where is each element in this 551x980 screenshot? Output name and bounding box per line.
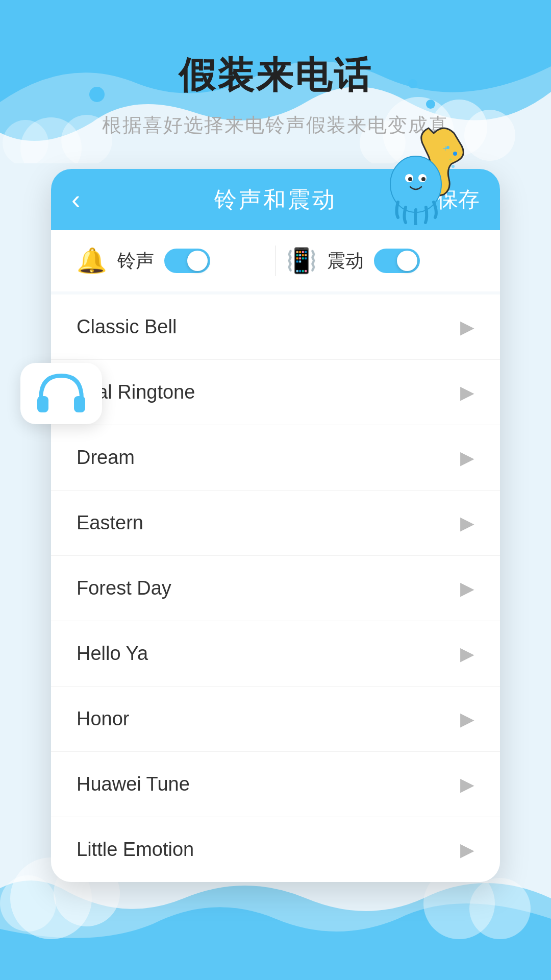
play-button[interactable]: ▶ [460,708,474,730]
ringtone-name: Little Emotion [77,839,194,861]
ringtone-item[interactable]: Little Emotion ▶ [51,817,500,882]
ringtone-item[interactable]: Classic Bell ▶ [51,295,500,360]
ringtone-item[interactable]: Forest Day ▶ [51,556,500,621]
svg-point-20 [446,146,449,149]
headphone-icon [20,363,102,424]
vibration-toggle[interactable] [374,249,420,273]
ringtone-item[interactable]: Honor ▶ [51,687,500,752]
ringtone-name: Classic Bell [77,316,177,338]
main-title: 假装来电话 [0,51,551,100]
play-button[interactable]: ▶ [460,774,474,795]
ringtone-item[interactable]: Huawei Tune ▶ [51,752,500,817]
ringtone-item[interactable]: Hello Ya ▶ [51,621,500,687]
svg-point-15 [408,177,412,181]
ringtone-name: Huawei Tune [77,773,190,795]
ringtone-name: Hello Ya [77,643,148,665]
play-button[interactable]: ▶ [460,512,474,534]
topbar-title: 铃声和震动 [214,185,337,215]
svg-point-16 [421,177,425,181]
play-button[interactable]: ▶ [460,839,474,861]
svg-rect-22 [37,396,48,412]
ringtone-item[interactable]: gital Ringtone ▶ [51,360,500,425]
ringtone-label: 铃声 [117,249,154,274]
svg-point-21 [452,165,455,168]
ringtone-name: Dream [77,447,135,469]
vibration-icon: 📳 [286,247,317,275]
svg-text:+: + [449,157,452,162]
vibration-toggle-group: 📳 震动 [286,247,474,275]
toggle-section: 🔔 铃声 📳 震动 [51,230,500,291]
play-button[interactable]: ▶ [460,447,474,469]
ringtone-name: Eastern [77,512,143,534]
toggle-divider [275,246,276,276]
phone-card-wrapper: + + ‹ 铃声和震动 保存 🔔 铃声 [51,169,500,882]
ringtone-toggle-group: 🔔 铃声 [77,247,265,275]
svg-point-11 [469,878,531,939]
back-button[interactable]: ‹ [71,186,80,213]
phone-card: ‹ 铃声和震动 保存 🔔 铃声 📳 震动 Classic Bell ▶ [51,169,500,882]
ringtone-name: Honor [77,708,130,730]
ringtone-item[interactable]: Eastern ▶ [51,491,500,556]
svg-point-19 [453,152,457,156]
ringtone-list: Classic Bell ▶ gital Ringtone ▶ Dream ▶ … [51,295,500,882]
svg-rect-23 [74,396,85,412]
header-section: 假装来电话 根据喜好选择来电铃声假装来电变成真 [0,0,551,138]
play-button[interactable]: ▶ [460,643,474,665]
svg-point-9 [0,875,56,932]
ringtone-toggle[interactable] [164,249,210,273]
ringtone-item[interactable]: Dream ▶ [51,425,500,491]
ringtone-name: Forest Day [77,577,171,599]
play-button[interactable]: ▶ [460,578,474,599]
play-button[interactable]: ▶ [460,382,474,403]
octopus-decoration: + + [367,123,469,225]
play-button[interactable]: ▶ [460,316,474,338]
vibration-label: 震动 [327,249,364,274]
bell-icon: 🔔 [77,247,107,275]
